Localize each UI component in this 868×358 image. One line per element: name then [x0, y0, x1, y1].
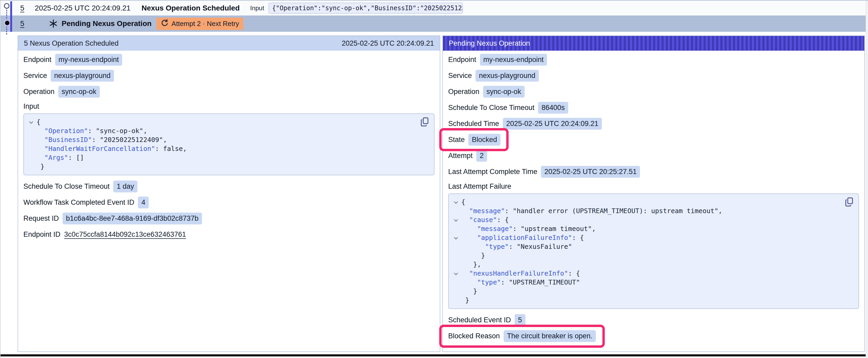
- field-attempt: Attempt 2: [448, 150, 859, 161]
- field-value-chip: 2: [476, 150, 487, 162]
- event-history-rows: 5 2025-02-25 UTC 20:24:09.21 Nexus Opera…: [1, 1, 868, 32]
- attempt-retry-badge-label: Attempt 2 · Next Retry: [172, 20, 239, 28]
- pending-operation-row[interactable]: 5 Pending Nexus Operation Attempt 2 · Ne…: [1, 15, 868, 32]
- field-value-chip: my-nexus-endpoint: [55, 54, 122, 66]
- copy-icon[interactable]: [420, 117, 429, 127]
- collapse-chevron-icon: [450, 260, 461, 269]
- field-endpoint: Endpoint my-nexus-endpoint: [23, 54, 435, 65]
- field-label: Blocked Reason: [448, 332, 500, 340]
- event-id-link[interactable]: 5: [20, 4, 25, 12]
- input-json-lines: { "Operation": "sync-op-ok", "BusinessID…: [26, 118, 429, 171]
- collapse-chevron-icon[interactable]: [26, 118, 36, 127]
- pending-title: Pending Nexus Operation: [62, 20, 152, 28]
- field-value-chip: nexus-playground: [475, 70, 539, 82]
- field-last-attempt-complete-time: Last Attempt Complete Time 2025-02-25 UT…: [448, 166, 859, 177]
- field-service: Service nexus-playground: [448, 70, 859, 82]
- field-label: Request ID: [23, 215, 59, 223]
- input-section-label: Input: [23, 102, 435, 111]
- panel-header-time: 2025-02-25 UTC 20:24:09.21: [342, 39, 434, 47]
- field-operation: Operation sync-op-ok: [23, 86, 435, 97]
- field-request-id: Request ID b1c6a4bc-8ee7-468a-9169-df3b0…: [23, 213, 435, 224]
- event-title: Nexus Operation Scheduled: [142, 4, 240, 12]
- field-value-chip: 5: [515, 314, 525, 326]
- collapse-chevron-icon[interactable]: [450, 233, 461, 242]
- failure-section-label: Last Attempt Failure: [448, 182, 859, 191]
- collapse-chevron-icon: [26, 135, 36, 144]
- collapse-chevron-icon[interactable]: [450, 198, 461, 206]
- field-label: Attempt: [448, 152, 473, 160]
- timeline-selection-accent-bar: [10, 1, 12, 32]
- collapse-chevron-icon: [450, 251, 461, 260]
- nexus-scheduled-panel: 5 Nexus Operation Scheduled 2025-02-25 U…: [18, 35, 440, 352]
- input-json-block: { "Operation": "sync-op-ok", "BusinessID…: [23, 113, 435, 175]
- field-label: Endpoint: [448, 56, 476, 64]
- field-label: Schedule To Close Timeout: [23, 183, 110, 191]
- blocked-reason-value-chip: The circuit breaker is open.: [504, 330, 596, 342]
- field-value-chip: 2025-02-25 UTC 20:25:27.51: [541, 166, 640, 178]
- scrollbar-track[interactable]: [866, 1, 868, 358]
- panel-header-title: Pending Nexus Operation: [449, 39, 530, 47]
- field-value-chip: b1c6a4bc-8ee7-468a-9169-df3b02c8737b: [63, 213, 202, 224]
- field-value-chip: sync-op-ok: [483, 86, 525, 98]
- retry-icon: [160, 19, 168, 29]
- field-schedule-to-close-timeout: Schedule To Close Timeout 1 day: [23, 181, 435, 192]
- collapse-chevron-icon: [450, 278, 461, 287]
- field-value-chip: 4: [138, 197, 149, 208]
- field-state: State Blocked: [448, 134, 859, 145]
- pending-id-link[interactable]: 5: [20, 20, 25, 28]
- field-endpoint: Endpoint my-nexus-endpoint: [448, 54, 859, 65]
- field-scheduled-time: Scheduled Time 2025-02-25 UTC 20:24:09.2…: [448, 118, 859, 129]
- collapse-chevron-icon: [450, 296, 461, 305]
- panel-header-title: 5 Nexus Operation Scheduled: [24, 39, 119, 47]
- collapse-chevron-icon: [26, 162, 36, 171]
- collapse-chevron-icon: [26, 153, 36, 162]
- collapse-chevron-icon: [450, 206, 461, 216]
- field-label: Scheduled Time: [448, 120, 499, 128]
- nexus-asterisk-icon: [49, 19, 58, 28]
- field-label: Operation: [448, 88, 479, 96]
- field-label: Endpoint ID: [23, 230, 60, 238]
- collapse-chevron-icon: [450, 287, 461, 296]
- collapse-chevron-icon: [450, 224, 461, 233]
- field-workflow-task-completed-event-id: Workflow Task Completed Event ID 4: [23, 197, 435, 208]
- field-label: Workflow Task Completed Event ID: [23, 198, 134, 206]
- endpoint-id-link[interactable]: 3c0c75ccfa8144b092c13ce632463761: [64, 230, 186, 238]
- field-label: Service: [23, 72, 47, 80]
- bottom-divider: [1, 354, 868, 356]
- pending-nexus-operation-panel: Pending Nexus Operation Endpoint my-nexu…: [442, 35, 865, 352]
- field-label: Service: [448, 72, 472, 80]
- timeline-event-marker-icon: [4, 3, 9, 9]
- field-scheduled-event-id: Scheduled Event ID 5: [448, 314, 859, 326]
- history-timeline: [1, 1, 15, 33]
- copy-icon[interactable]: [845, 197, 854, 207]
- field-label: Scheduled Event ID: [448, 316, 511, 324]
- collapse-chevron-icon[interactable]: [450, 269, 461, 278]
- field-value-chip: nexus-playground: [51, 70, 114, 82]
- detail-panels: 5 Nexus Operation Scheduled 2025-02-25 U…: [1, 35, 868, 352]
- event-input-label: Input: [250, 4, 264, 12]
- failure-json-lines: { "message": "handler error (UPSTREAM_TI…: [450, 198, 854, 305]
- field-operation: Operation sync-op-ok: [448, 86, 859, 97]
- field-label: Schedule To Close Timeout: [448, 104, 534, 112]
- field-value-chip: 1 day: [113, 181, 137, 192]
- field-label: Endpoint: [23, 56, 52, 64]
- nexus-scheduled-panel-header: 5 Nexus Operation Scheduled 2025-02-25 U…: [18, 36, 440, 51]
- field-value-chip: my-nexus-endpoint: [480, 54, 547, 66]
- field-blocked-reason: Blocked Reason The circuit breaker is op…: [448, 330, 859, 342]
- field-label: Operation: [23, 88, 55, 96]
- field-label: State: [448, 136, 465, 144]
- collapse-chevron-icon: [450, 242, 461, 251]
- collapse-chevron-icon: [26, 144, 36, 153]
- field-value-chip: sync-op-ok: [58, 86, 100, 98]
- pending-panel-header: Pending Nexus Operation: [443, 36, 864, 51]
- collapse-chevron-icon[interactable]: [450, 216, 461, 224]
- field-schedule-to-close-timeout: Schedule To Close Timeout 86400s: [448, 102, 859, 113]
- event-row-nexus-scheduled[interactable]: 5 2025-02-25 UTC 20:24:09.21 Nexus Opera…: [1, 1, 868, 15]
- field-endpoint-id: Endpoint ID 3c0c75ccfa8144b092c13ce63246…: [23, 229, 435, 240]
- state-value-chip: Blocked: [468, 134, 500, 146]
- attempt-retry-badge[interactable]: Attempt 2 · Next Retry: [156, 18, 243, 30]
- field-label: Last Attempt Complete Time: [448, 168, 537, 176]
- field-value-chip: 2025-02-25 UTC 20:24:09.21: [503, 118, 602, 130]
- field-value-chip: 86400s: [538, 102, 568, 113]
- event-input-preview-chip[interactable]: {"Operation":"sync-op-ok","BusinessID":"…: [269, 3, 463, 14]
